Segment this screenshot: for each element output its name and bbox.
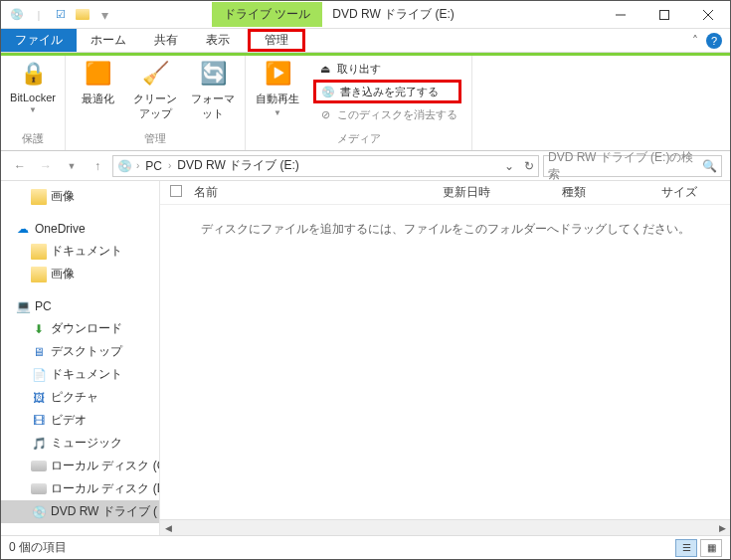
tree-item-pc[interactable]: 💻PC bbox=[1, 295, 159, 317]
dvd-icon: 💿 bbox=[117, 159, 132, 173]
tree-item-downloads[interactable]: ⬇ダウンロード bbox=[1, 317, 159, 340]
bitlocker-button[interactable]: 🔒 BitLocker ▼ bbox=[7, 58, 59, 129]
tab-home[interactable]: ホーム bbox=[77, 29, 140, 52]
header-name[interactable]: 名前 bbox=[194, 184, 443, 201]
disk-icon bbox=[31, 483, 47, 494]
back-button[interactable]: ← bbox=[9, 155, 31, 177]
tab-share[interactable]: 共有 bbox=[140, 29, 192, 52]
desktop-icon: 🖥 bbox=[31, 344, 47, 360]
checkbox-icon[interactable]: ☑ bbox=[53, 7, 69, 23]
tree-label: ドキュメント bbox=[51, 366, 122, 383]
download-icon: ⬇ bbox=[31, 321, 47, 337]
maximize-button[interactable] bbox=[642, 1, 686, 29]
horizontal-scrollbar[interactable]: ◀ ▶ bbox=[160, 519, 730, 535]
tree-item-desktop[interactable]: 🖥デスクトップ bbox=[1, 340, 159, 363]
music-icon: 🎵 bbox=[31, 436, 47, 452]
close-button[interactable] bbox=[686, 1, 730, 29]
explorer-window: 💿 | ☑ ▾ ドライブ ツール DVD RW ドライブ (E:) ファイル ホ… bbox=[0, 0, 731, 560]
divider-icon: | bbox=[31, 7, 47, 23]
header-size[interactable]: サイズ bbox=[661, 184, 730, 201]
titlebar: 💿 | ☑ ▾ ドライブ ツール DVD RW ドライブ (E:) bbox=[1, 1, 730, 29]
empty-drag-message: ディスクにファイルを追加するには、ファイルをこのフォルダーへドラッグしてください… bbox=[160, 205, 730, 254]
tree-item-dvd[interactable]: 💿DVD RW ドライブ (🔃 bbox=[1, 500, 159, 523]
tree-item-disk-c[interactable]: ローカル ディスク (C bbox=[1, 455, 159, 477]
autoplay-icon: ▶️ bbox=[262, 58, 293, 90]
header-checkbox[interactable] bbox=[170, 185, 194, 200]
scroll-right-icon[interactable]: ▶ bbox=[714, 520, 730, 536]
pc-icon: 💻 bbox=[15, 298, 31, 314]
crumb-pc[interactable]: PC bbox=[143, 159, 164, 173]
tree-label: ミュージック bbox=[51, 435, 122, 452]
ribbon-group-manage: 🟧 最適化 🧹 クリーンアップ 🔄 フォーマット 管理 bbox=[66, 56, 246, 150]
minimize-button[interactable] bbox=[599, 1, 642, 29]
refresh-icon[interactable]: ↻ bbox=[518, 159, 534, 173]
tree-label: OneDrive bbox=[35, 222, 86, 236]
recent-dropdown[interactable]: ▼ bbox=[61, 155, 83, 177]
forward-button[interactable]: → bbox=[35, 155, 57, 177]
tree-item-disk-d[interactable]: ローカル ディスク (D bbox=[1, 477, 159, 500]
erase-label: このディスクを消去する bbox=[337, 107, 457, 122]
tab-view[interactable]: 表示 bbox=[192, 29, 244, 52]
cleanup-button[interactable]: 🧹 クリーンアップ bbox=[129, 58, 181, 129]
ribbon-group-protect: 🔒 BitLocker ▼ 保護 bbox=[1, 56, 66, 150]
header-date[interactable]: 更新日時 bbox=[443, 184, 562, 201]
up-button[interactable]: ↑ bbox=[87, 155, 108, 177]
search-placeholder: DVD RW ドライブ (E:)の検索 bbox=[548, 149, 702, 183]
tab-manage[interactable]: 管理 bbox=[248, 29, 305, 52]
finalize-button[interactable]: 💿 書き込みを完了する bbox=[313, 80, 461, 103]
disk-icon bbox=[31, 461, 47, 471]
finalize-label: 書き込みを完了する bbox=[340, 85, 439, 99]
search-icon: 🔍 bbox=[702, 159, 717, 173]
optimize-button[interactable]: 🟧 最適化 bbox=[72, 58, 123, 129]
folder-icon bbox=[31, 267, 47, 282]
breadcrumb[interactable]: 💿 › PC › DVD RW ドライブ (E:) ⌄ ↻ bbox=[112, 155, 539, 177]
tree-item-docs[interactable]: 📄ドキュメント bbox=[1, 363, 159, 386]
eject-button[interactable]: ⏏ 取り出す bbox=[313, 60, 461, 78]
ribbon-collapse-icon[interactable]: ˄ bbox=[692, 34, 698, 48]
burn-icon: 💿 bbox=[320, 84, 336, 99]
tree-label: デスクトップ bbox=[51, 343, 122, 360]
format-button[interactable]: 🔄 フォーマット bbox=[187, 58, 239, 129]
column-headers: 名前 更新日時 種類 サイズ bbox=[160, 181, 730, 205]
scroll-left-icon[interactable]: ◀ bbox=[160, 520, 176, 536]
search-input[interactable]: DVD RW ドライブ (E:)の検索 🔍 bbox=[543, 155, 722, 177]
tree-item-documents[interactable]: ドキュメント bbox=[1, 240, 159, 263]
header-type[interactable]: 種類 bbox=[562, 184, 661, 201]
address-dropdown-icon[interactable]: ⌄ bbox=[504, 159, 514, 173]
help-icon[interactable]: ? bbox=[706, 33, 722, 49]
ribbon: 🔒 BitLocker ▼ 保護 🟧 最適化 🧹 クリーンアップ 🔄 bbox=[1, 56, 730, 151]
autoplay-button[interactable]: ▶️ 自動再生 ▼ bbox=[252, 58, 303, 117]
tree-label: PC bbox=[35, 299, 52, 313]
tree-item-onedrive[interactable]: ☁OneDrive bbox=[1, 218, 159, 240]
tree-label: DVD RW ドライブ ( bbox=[51, 503, 157, 520]
qat-dropdown-icon[interactable]: ▾ bbox=[96, 7, 112, 23]
crumb-drive[interactable]: DVD RW ドライブ (E:) bbox=[175, 157, 300, 174]
tree-label: ピクチャ bbox=[51, 389, 98, 406]
tree-item-music[interactable]: 🎵ミュージック bbox=[1, 432, 159, 455]
cleanup-label: クリーンアップ bbox=[129, 92, 181, 121]
folder-icon[interactable] bbox=[75, 7, 91, 23]
group-label-manage: 管理 bbox=[144, 129, 166, 150]
erase-button[interactable]: ⊘ このディスクを消去する bbox=[313, 105, 461, 123]
item-count: 0 個の項目 bbox=[9, 539, 67, 556]
tree-label: ローカル ディスク (D bbox=[51, 480, 159, 497]
bitlocker-label: BitLocker bbox=[10, 92, 56, 103]
icons-view-button[interactable]: ▦ bbox=[700, 539, 722, 557]
tree-item-images2[interactable]: 画像 bbox=[1, 263, 159, 285]
tree-label: ドキュメント bbox=[51, 243, 122, 260]
tree-item-pictures[interactable]: 🖼ピクチャ bbox=[1, 386, 159, 409]
autoplay-label: 自動再生 bbox=[256, 92, 299, 106]
chevron-icon: › bbox=[168, 160, 171, 171]
cleanup-icon: 🧹 bbox=[139, 58, 171, 90]
details-view-button[interactable]: ☰ bbox=[675, 539, 697, 557]
tree-item-videos[interactable]: 🎞ビデオ bbox=[1, 409, 159, 432]
address-bar: ← → ▼ ↑ 💿 › PC › DVD RW ドライブ (E:) ⌄ ↻ DV… bbox=[1, 151, 730, 181]
status-bar: 0 個の項目 ☰ ▦ bbox=[1, 535, 730, 559]
group-label-protect: 保護 bbox=[22, 129, 44, 150]
tab-file[interactable]: ファイル bbox=[1, 29, 77, 52]
folder-icon bbox=[31, 244, 47, 260]
tree-label: 画像 bbox=[51, 266, 75, 282]
documents-icon: 📄 bbox=[31, 367, 47, 383]
tree-item-images[interactable]: 画像 bbox=[1, 185, 159, 208]
navigation-tree[interactable]: 画像 ☁OneDrive ドキュメント 画像 💻PC ⬇ダウンロード 🖥デスクト… bbox=[1, 181, 160, 535]
